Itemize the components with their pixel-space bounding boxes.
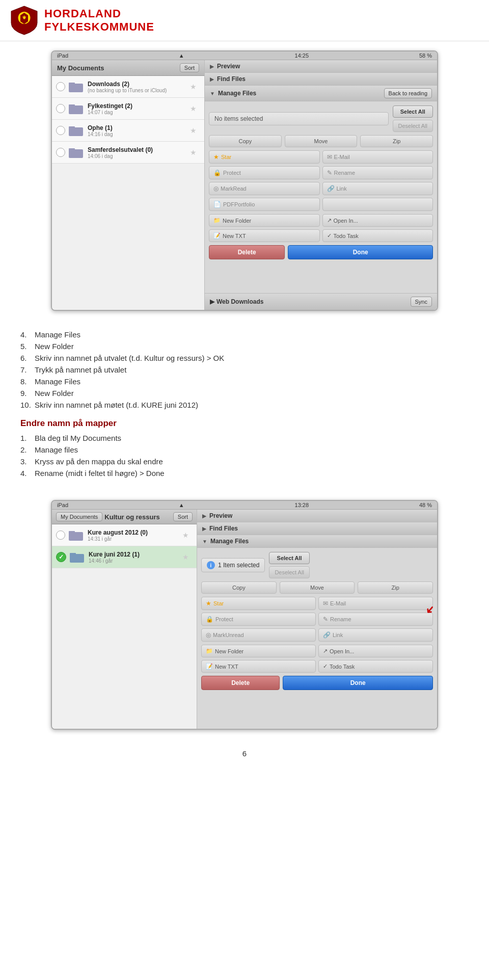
- star-fylkestinget[interactable]: ★: [190, 104, 198, 113]
- select-circle-fylkestinget[interactable]: [56, 104, 65, 113]
- copy-button-2[interactable]: Copy: [201, 581, 277, 594]
- preview-header-2[interactable]: ▶ Preview: [197, 510, 437, 522]
- star-samferdsel[interactable]: ★: [190, 148, 198, 156]
- find-files-header-2[interactable]: ▶ Find Files: [197, 522, 437, 535]
- link-label: Link: [337, 186, 347, 192]
- star-kure-juni[interactable]: ★: [182, 553, 191, 561]
- folder-item-ophe[interactable]: Ophe (1) 14:16 i dag ★: [52, 120, 204, 142]
- back-to-reading-button[interactable]: Back to reading: [384, 88, 432, 98]
- svg-rect-3: [69, 83, 75, 85]
- select-all-button-2[interactable]: Select All: [269, 552, 309, 564]
- folder-item-downloads[interactable]: Downloads (2) (no backing up to iTunes o…: [52, 76, 204, 98]
- grid-actions: ★ Star ✉ E-Mail 🔒 Protect ✎: [209, 150, 433, 211]
- org-name-line1: HORDALAND: [44, 7, 154, 20]
- time-display: 14:25: [295, 52, 309, 59]
- select-circle-ophe[interactable]: [56, 126, 65, 135]
- bottom-action-row: Delete Done: [209, 245, 433, 259]
- find-files-header[interactable]: ▶ Find Files: [205, 73, 437, 85]
- star-kure-aug[interactable]: ★: [182, 531, 191, 539]
- item-text-5: New Folder: [35, 342, 74, 351]
- left-panel-1: My Documents Sort Downloads (2) (no back…: [52, 60, 205, 310]
- link-action-button-2[interactable]: 🔗 Link: [318, 628, 433, 642]
- new-txt-button-2[interactable]: 📝 New TXT: [201, 660, 316, 673]
- sort-button[interactable]: Sort: [180, 63, 199, 72]
- folder-item-kure-juni[interactable]: ✓ Kure juni 2012 (1) 14:46 i går ★ ➜: [52, 546, 197, 568]
- chevron-preview: ▶: [210, 64, 214, 69]
- new-txt-button[interactable]: 📝 New TXT: [209, 229, 320, 242]
- item-selected-box: i 1 Item selected: [201, 558, 265, 572]
- done-button[interactable]: Done: [288, 245, 433, 259]
- selected-check-kure-juni[interactable]: ✓: [56, 552, 66, 562]
- sub-item-3: 3. Kryss av på den mappa du skal endre: [20, 457, 469, 466]
- folder-list-2: Kure august 2012 (0) 14:31 i går ★ ✓ Kur…: [52, 524, 197, 729]
- battery-display: 58 %: [419, 52, 432, 59]
- delete-button-2[interactable]: Delete: [201, 676, 280, 690]
- folder-item-samferdsel[interactable]: Samferdselsutvalet (0) 14:06 i dag ★: [52, 142, 204, 164]
- svg-rect-7: [69, 126, 75, 129]
- find-files-label-2: Find Files: [209, 525, 238, 532]
- main-content: 4. Manage Files 5. New Folder 6. Skriv i…: [0, 320, 489, 491]
- open-in-button[interactable]: ↗ Open In...: [322, 214, 433, 227]
- deselect-all-button[interactable]: Deselect All: [393, 120, 433, 132]
- find-files-label: Find Files: [217, 75, 246, 83]
- protect-action-button[interactable]: 🔒 Protect: [209, 166, 320, 179]
- preview-label-2: Preview: [209, 512, 232, 519]
- star-downloads[interactable]: ★: [190, 83, 198, 91]
- star-action-button[interactable]: ★ Star: [209, 150, 320, 164]
- rename-action-button[interactable]: ✎ Rename: [322, 166, 433, 179]
- new-folder-icon: 📁: [213, 217, 221, 224]
- zip-button-2[interactable]: Zip: [358, 581, 433, 594]
- open-in-button-2[interactable]: ↗ Open In...: [318, 645, 433, 657]
- folder-item-kure-aug[interactable]: Kure august 2012 (0) 14:31 i går ★: [52, 524, 197, 546]
- item-num-10: 10.: [20, 401, 35, 409]
- preview-section: ▶ Preview: [205, 60, 437, 73]
- svg-text:⚜: ⚜: [22, 15, 26, 20]
- item-num-8: 8.: [20, 377, 35, 386]
- zip-button[interactable]: Zip: [360, 135, 433, 147]
- select-circle-kure-aug[interactable]: [56, 531, 65, 540]
- star-action-button-2[interactable]: ★ Star: [201, 597, 316, 610]
- star-ophe[interactable]: ★: [190, 126, 198, 135]
- rename-icon-2: ✎: [323, 616, 328, 623]
- move-button[interactable]: Move: [285, 135, 358, 147]
- done-button-2[interactable]: Done: [283, 676, 433, 690]
- statusbar-2: iPad ▲ 13:28 48 %: [52, 501, 437, 510]
- markread-action-button[interactable]: ◎ MarkRead: [209, 182, 320, 195]
- markunread-action-button[interactable]: ◎ MarkUnread: [201, 628, 316, 642]
- deselect-all-button-2[interactable]: Deselect All: [269, 566, 309, 578]
- sync-button[interactable]: Sync: [411, 297, 432, 307]
- find-files-section-2: ▶ Find Files: [197, 522, 437, 535]
- move-button-2[interactable]: Move: [280, 581, 355, 594]
- selection-row: No items selected Select All Deselect Al…: [209, 105, 433, 132]
- shield-logo-icon: ⚜: [10, 5, 38, 36]
- new-folder-button-2[interactable]: 📁 New Folder: [201, 645, 316, 657]
- select-circle-samferdsel[interactable]: [56, 148, 65, 157]
- todo-icon: ✓: [327, 232, 332, 239]
- new-txt-icon: 📝: [213, 232, 221, 239]
- copy-button[interactable]: Copy: [209, 135, 282, 147]
- logo-area: ⚜ HORDALAND FYLKESKOMMUNE: [10, 5, 154, 36]
- todo-task-button[interactable]: ✓ Todo Task: [322, 229, 433, 242]
- new-folder-button[interactable]: 📁 New Folder: [209, 214, 320, 227]
- breadcrumb-current-2: Kultur og ressurs: [104, 513, 159, 521]
- select-circle-downloads[interactable]: [56, 82, 65, 91]
- protect-action-button-2[interactable]: 🔒 Protect: [201, 613, 316, 626]
- todo-icon-2: ✓: [323, 663, 328, 670]
- action-row: Copy Move Zip: [209, 135, 433, 147]
- todo-task-button-2[interactable]: ✓ Todo Task: [318, 660, 433, 673]
- email-action-button[interactable]: ✉ E-Mail: [322, 150, 433, 164]
- sort-button-2[interactable]: Sort: [173, 512, 193, 521]
- select-all-button[interactable]: Select All: [393, 105, 433, 118]
- preview-header[interactable]: ▶ Preview: [205, 60, 437, 72]
- email-action-button-2[interactable]: ✉ E-Mail: [318, 597, 433, 610]
- delete-button[interactable]: Delete: [209, 245, 285, 259]
- back-button-2[interactable]: My Documents: [56, 512, 102, 521]
- folder-item-fylkestinget[interactable]: Fylkestinget (2) 14:07 i dag ★: [52, 98, 204, 120]
- rename-action-button-2[interactable]: ✎ Rename ➜: [318, 613, 433, 626]
- pdfportfolio-action-button[interactable]: 📄 PDFPortfolio: [209, 198, 320, 211]
- folder-info-ophe: Ophe (1) 14:16 i dag: [88, 124, 190, 137]
- device-label: iPad: [57, 52, 68, 59]
- link-action-button[interactable]: 🔗 Link: [322, 182, 433, 195]
- folder-icon-kure-juni: [69, 549, 85, 565]
- bottom-action-row-2: Delete Done: [201, 676, 433, 690]
